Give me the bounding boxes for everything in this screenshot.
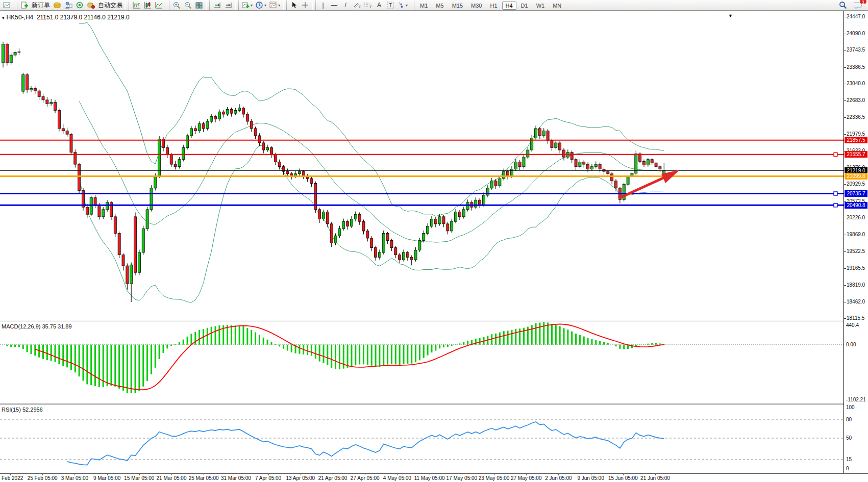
time-tick-label: 15 Mar 05:00 [124, 475, 154, 481]
time-tick-label: 3 Mar 05:00 [61, 475, 88, 481]
toolbar-separator [283, 1, 287, 10]
time-tick-label: 25 Mar 05:00 [189, 475, 219, 481]
community-chat-icon[interactable]: 1 [853, 1, 863, 10]
price-tick-mark [844, 251, 846, 252]
text-label-tool[interactable]: T [385, 1, 395, 10]
timeframe-m1[interactable]: M1 [416, 2, 431, 10]
candlestick-mode-icon[interactable] [142, 1, 153, 10]
timeframe-d1[interactable]: D1 [517, 2, 532, 10]
price-tick-mark [844, 84, 846, 84]
macd-axis-label: 440.4 [846, 322, 859, 328]
toolbar-separator [126, 1, 129, 10]
time-tick-label: 21 Apr 05:00 [318, 475, 348, 481]
price-tick-label: 24090.0 [847, 31, 865, 37]
price-tag: 21857.5 [845, 137, 867, 143]
crosshair-tool-icon[interactable] [300, 1, 310, 10]
autotrading-icon[interactable] [86, 1, 96, 10]
macd-indicator-canvas[interactable]: MACD(12,26,9) 35.75 31.89 [0, 321, 844, 403]
one-click-trading-arrow[interactable]: ▾ [2, 15, 5, 20]
rsi-label: RSI(15) 52.2956 [2, 407, 43, 413]
price-tick-label: 23743.5 [847, 47, 865, 53]
candlestick-chart-canvas[interactable] [0, 12, 844, 320]
ohlc-label: 21151.0 21379.0 21146.0 21219.0 [37, 14, 130, 21]
data-window-icon[interactable] [63, 1, 73, 10]
profile-icon[interactable] [2, 1, 12, 10]
new-order-button[interactable]: 新订单 [30, 1, 52, 10]
indicators-icon[interactable]: ▾ [241, 1, 254, 10]
time-tick-label: 11 May 05:00 [414, 475, 445, 481]
price-tick-label: 18819.0 [847, 282, 865, 288]
equidistant-channel-tool[interactable]: E [352, 1, 362, 10]
macd-axis-label: -1102.21 [846, 397, 866, 402]
fibonacci-tool[interactable]: F [363, 1, 373, 10]
price-tick-mark [844, 117, 846, 118]
dropdown-arrow: ▾ [406, 3, 408, 8]
arrows-tool[interactable]: ▾ [396, 1, 409, 10]
templates-icon[interactable]: ▾ [268, 1, 281, 10]
macd-signal-line [35, 324, 664, 390]
periods-clock-icon[interactable]: ▾ [255, 1, 267, 10]
zoom-out-icon[interactable] [183, 1, 193, 10]
timeframe-mn[interactable]: MN [549, 2, 565, 10]
time-tick-label: 21 Mar 05:00 [157, 475, 187, 481]
rsi-axis-label: 15 [846, 456, 852, 462]
cursor-tool-icon[interactable] [289, 1, 299, 10]
time-tick-label: 27 Apr 05:00 [351, 475, 380, 481]
toolbar-separator [411, 1, 414, 10]
time-tick-label: 1 Feb 2022 [0, 475, 23, 481]
price-tag: 21555.7 [845, 151, 867, 158]
time-tick-label: 4 May 05:00 [383, 475, 411, 481]
bar-chart-mode-icon[interactable] [131, 1, 141, 10]
autotrading-button[interactable]: 自动交易 [96, 1, 124, 10]
trendline-tool[interactable]: / [340, 1, 351, 10]
timeframe-group: M1M5M15M30H1H4D1W1MN [416, 1, 565, 10]
toolbar-separator [235, 1, 239, 10]
horizontal-line-tool[interactable]: — [329, 1, 339, 10]
price-tick-mark [844, 218, 846, 218]
horizontal-level-lines[interactable] [0, 140, 844, 207]
market-watch-icon[interactable] [52, 1, 62, 10]
price-axis[interactable]: 24447.024090.023743.523386.523040.022683… [844, 11, 868, 473]
auto-scroll-icon[interactable] [212, 1, 222, 10]
zoom-in-icon[interactable] [171, 1, 182, 10]
rsi-axis-label: 50 [846, 435, 852, 441]
new-order-icon[interactable] [19, 1, 30, 10]
rsi-indicator-canvas[interactable]: RSI(15) 52.2956 [0, 404, 844, 473]
price-tick-mark [844, 302, 846, 302]
time-tick-label: 17 May 05:00 [446, 475, 477, 481]
timeframe-h1[interactable]: H1 [486, 2, 501, 10]
text-tool[interactable]: A [374, 1, 384, 10]
timeframe-h4[interactable]: H4 [502, 2, 516, 10]
price-tick-label: 22336.5 [847, 114, 865, 120]
timeframe-m30[interactable]: M30 [467, 2, 485, 10]
price-tag: 21099.8 [845, 173, 867, 180]
time-tick-label: 9 Mar 05:00 [93, 475, 120, 481]
toolbar-separator [312, 1, 316, 10]
line-chart-mode-icon[interactable] [154, 1, 164, 10]
price-tick-label: 18462.0 [847, 299, 865, 305]
time-tick-label: 27 May 05:00 [511, 475, 542, 481]
svg-text:F: F [370, 5, 372, 9]
timeframe-m5[interactable]: M5 [432, 2, 447, 10]
time-tick-label: 23 May 05:00 [479, 475, 510, 481]
tile-windows-icon[interactable] [194, 1, 204, 10]
timeframe-m15[interactable]: M15 [449, 2, 466, 10]
timeframe-w1[interactable]: W1 [533, 2, 549, 10]
macd-histogram [3, 322, 664, 393]
rsi-axis-label: 100 [846, 404, 855, 410]
chart-shift-icon[interactable] [223, 1, 233, 10]
chart-header: ▾HK50-,H4 21151.0 21379.0 21146.0 21219.… [2, 14, 130, 21]
price-tick-mark [844, 318, 846, 319]
vertical-line-tool[interactable]: | [318, 1, 328, 10]
chart-window: ▾HK50-,H4 21151.0 21379.0 21146.0 21219.… [0, 11, 868, 482]
price-tick-mark [844, 285, 846, 286]
search-icon[interactable] [838, 1, 848, 10]
price-tick-mark [844, 134, 846, 135]
macd-label: MACD(12,26,9) 35.75 31.89 [2, 323, 72, 329]
price-tick-label: 19165.5 [847, 265, 865, 271]
navigator-icon[interactable] [75, 1, 85, 10]
time-axis[interactable]: 1 Feb 202225 Feb 05:003 Mar 05:009 Mar 0… [0, 473, 868, 482]
time-tick-label: 2 Jun 05:00 [545, 475, 572, 481]
time-tick-label: 7 Apr 05:00 [255, 475, 281, 481]
time-tick-label: 31 Mar 05:00 [221, 475, 251, 481]
